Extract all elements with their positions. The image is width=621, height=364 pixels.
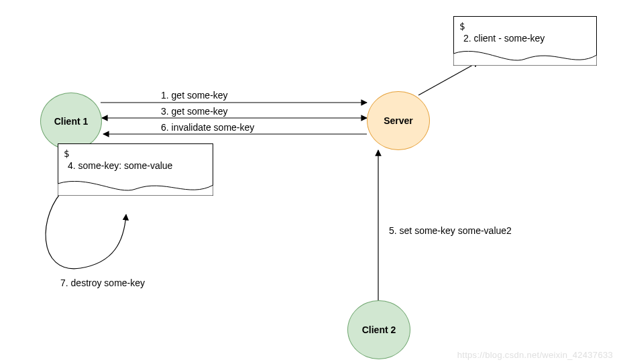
label-edge-6: 6. invalidate some-key <box>161 122 254 133</box>
diagram-stage: Client 1 Server Client 2 $ 2. client - s… <box>0 0 621 364</box>
node-client-2: Client 2 <box>347 300 410 359</box>
note-server-body: 2. client - some-key <box>459 32 591 44</box>
note-client1-body: 4. some-key: some-value <box>64 159 207 171</box>
node-client-1-label: Client 1 <box>54 116 89 127</box>
label-edge-1: 1. get some-key <box>161 90 228 101</box>
note-server-wave <box>453 51 597 66</box>
node-server-label: Server <box>384 115 413 126</box>
label-edge-3: 3. get some-key <box>161 106 228 117</box>
note-client-1: $ 4. some-key: some-value <box>58 143 213 196</box>
edge-destroy-7 <box>46 188 126 269</box>
watermark: https://blog.csdn.net/weixin_42437633 <box>457 350 613 360</box>
note-server: $ 2. client - some-key <box>453 16 597 66</box>
edge-server-to-note <box>418 62 479 95</box>
label-edge-7: 7. destroy some-key <box>60 278 145 288</box>
node-client-1: Client 1 <box>40 93 102 150</box>
label-edge-5: 5. set some-key some-value2 <box>389 225 512 236</box>
note-server-prompt: $ <box>459 21 591 32</box>
note-client1-wave <box>58 181 213 196</box>
note-client1-prompt: $ <box>64 148 207 159</box>
node-client-2-label: Client 2 <box>362 324 396 335</box>
node-server: Server <box>367 91 430 150</box>
